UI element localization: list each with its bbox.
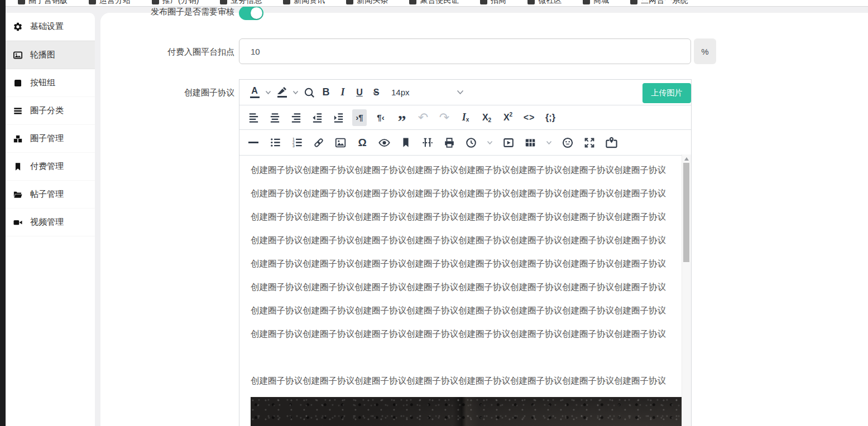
chevron-down-icon[interactable] (292, 90, 299, 95)
highlight-pen-button[interactable] (275, 84, 289, 101)
bullet-list-button[interactable] (268, 134, 282, 151)
datetime-button[interactable] (464, 134, 478, 151)
agreement-label: 创建圈子协议 (134, 88, 234, 98)
subscript-button[interactable]: X2 (479, 109, 494, 126)
sidebar-item-video-management[interactable]: 视频管理 (6, 209, 95, 236)
numbered-list-button[interactable]: 123 (290, 134, 304, 151)
rtl-paragraph-button[interactable]: ¶‹ (373, 109, 388, 126)
insert-image-button[interactable] (333, 134, 348, 151)
chevron-down-icon[interactable] (546, 141, 552, 145)
anchor-bookmark-button[interactable] (399, 134, 413, 151)
nav-label: 微社区 (538, 0, 562, 6)
chevron-down-icon[interactable] (487, 141, 493, 145)
nav-label: 业务信息 (231, 0, 262, 6)
code-block-button[interactable]: {;} (543, 109, 558, 126)
nav-item-10[interactable]: 三网合一系统 (630, 0, 688, 6)
insert-video-button[interactable] (501, 134, 516, 151)
page-break-icon (421, 137, 434, 149)
italic-button[interactable]: I (335, 84, 350, 101)
location-map-icon (605, 136, 618, 149)
redo-button[interactable]: ↷ (437, 109, 452, 126)
page-break-button[interactable] (420, 134, 435, 151)
blockquote-button[interactable]: ” (395, 109, 409, 126)
special-char-button[interactable]: Ω (355, 134, 370, 151)
emoji-button[interactable] (560, 134, 575, 151)
upload-image-button[interactable]: 上传图片 (642, 83, 691, 103)
deduction-input[interactable] (239, 38, 691, 64)
nav-item-2[interactable]: 推广(分销) (152, 0, 199, 6)
sidebar-item-circle-management[interactable]: 圈子管理 (6, 125, 95, 153)
nav-label: 圈子营销版 (28, 0, 68, 6)
chevron-down-icon[interactable] (265, 90, 271, 95)
bold-button[interactable]: B (319, 84, 333, 101)
highlight-pen-icon (277, 87, 287, 95)
nav-item-3[interactable]: 业务信息 (220, 0, 262, 6)
inline-code-button[interactable]: <> (522, 109, 536, 126)
search-button[interactable] (302, 84, 316, 101)
editor-paragraph[interactable]: 创建圈子协议创建圈子协议创建圈子协议创建圈子协议创建圈子协议创建圈子协议创建圈子… (251, 374, 678, 388)
sidebar-item-carousel[interactable]: 轮播图 (6, 41, 95, 69)
font-color-button[interactable]: A (247, 84, 262, 101)
sidebar-item-button-group[interactable]: 按钮组 (6, 69, 95, 97)
redo-icon: ↷ (439, 112, 449, 124)
audit-toggle-switch[interactable] (239, 6, 263, 20)
nav-icon (480, 0, 487, 4)
font-size-select[interactable]: 14px (391, 88, 465, 97)
nav-item-6[interactable]: 聚合便民证 (409, 0, 459, 6)
editor-paragraph[interactable]: 创建圈子协议创建圈子协议创建圈子协议创建圈子协议创建圈子协议创建圈子协议创建圈子… (251, 210, 678, 224)
table-button[interactable] (523, 134, 538, 151)
undo-button[interactable]: ↶ (416, 109, 430, 126)
outdent-button[interactable] (310, 109, 324, 126)
scrollbar-thumb[interactable] (683, 163, 689, 262)
ltr-paragraph-button[interactable]: ›¶ (352, 109, 367, 126)
link-button[interactable] (311, 134, 326, 151)
percent-addon: % (694, 38, 716, 64)
fullscreen-button[interactable] (582, 134, 597, 151)
editor-paragraph[interactable]: 创建圈子协议创建圈子协议创建圈子协议创建圈子协议创建圈子协议创建圈子协议创建圈子… (251, 163, 678, 177)
location-map-button[interactable] (604, 134, 618, 151)
align-left-button[interactable] (246, 109, 261, 126)
nav-item-1[interactable]: 运营分站 (89, 0, 131, 6)
nav-item-9[interactable]: 商城 (583, 0, 609, 6)
nav-item-7[interactable]: 招商 (480, 0, 506, 6)
align-right-icon (290, 112, 302, 123)
clear-format-button[interactable]: Ix (458, 109, 473, 126)
nav-item-4[interactable]: 新闻资讯 (283, 0, 325, 6)
align-right-button[interactable] (289, 109, 303, 126)
nav-item-0[interactable]: 圈子营销版 (18, 0, 68, 6)
horizontal-rule-button[interactable] (246, 134, 261, 151)
strikethrough-button[interactable]: S (369, 84, 383, 101)
editor-paragraph[interactable]: 创建圈子协议创建圈子协议创建圈子协议创建圈子协议创建圈子协议创建圈子协议创建圈子… (251, 280, 678, 294)
sidebar: 基础设置 轮播图 按钮组 圈子分类 圈子管理 付费管理 帖子管理 视频管理 (6, 13, 95, 426)
svg-text:3: 3 (292, 144, 294, 148)
editor-paragraph[interactable]: 创建圈子协议创建圈子协议创建圈子协议创建圈子协议创建圈子协议创建圈子协议创建圈子… (251, 233, 678, 248)
align-center-button[interactable] (267, 109, 282, 126)
sidebar-item-payment-management[interactable]: 付费管理 (6, 153, 95, 181)
sidebar-item-circle-category[interactable]: 圈子分类 (6, 97, 95, 125)
editor-content[interactable]: 创建圈子协议创建圈子协议创建圈子协议创建圈子协议创建圈子协议创建圈子协议创建圈子… (239, 154, 682, 426)
nav-label: 推广(分销) (162, 0, 199, 6)
editor-paragraph[interactable] (251, 350, 678, 365)
sidebar-item-label: 视频管理 (30, 217, 64, 227)
editor-paragraph[interactable]: 创建圈子协议创建圈子协议创建圈子协议创建圈子协议创建圈子协议创建圈子协议创建圈子… (251, 186, 678, 201)
print-button[interactable] (442, 134, 457, 151)
editor-scrollbar[interactable] (682, 154, 691, 426)
sidebar-item-post-management[interactable]: 帖子管理 (6, 181, 95, 209)
nav-item-5[interactable]: 新闻头条 (346, 0, 388, 6)
indent-button[interactable] (331, 109, 346, 126)
superscript-button[interactable]: X2 (501, 109, 515, 126)
image-icon (13, 50, 23, 60)
scrollbar-up-arrow-icon[interactable] (684, 157, 689, 161)
sidebar-item-basic-settings[interactable]: 基础设置 (6, 13, 95, 41)
editor-toolbar-3: 123 Ω (239, 130, 691, 156)
editor-paragraph[interactable]: 创建圈子协议创建圈子协议创建圈子协议创建圈子协议创建圈子协议创建圈子协议创建圈子… (251, 327, 678, 341)
underline-button[interactable]: U (352, 84, 367, 101)
editor-paragraph[interactable]: 创建圈子协议创建圈子协议创建圈子协议创建圈子协议创建圈子协议创建圈子协议创建圈子… (251, 303, 678, 318)
nav-item-8[interactable]: 微社区 (527, 0, 562, 6)
numbered-list-icon: 123 (291, 137, 303, 148)
editor-paragraph[interactable]: 创建圈子协议创建圈子协议创建圈子协议创建圈子协议创建圈子协议创建圈子协议创建圈子… (251, 256, 678, 271)
folder-icon (13, 190, 23, 200)
content-image-dark-texture[interactable] (251, 397, 682, 426)
nav-icon (283, 0, 290, 4)
preview-button[interactable] (377, 134, 391, 151)
